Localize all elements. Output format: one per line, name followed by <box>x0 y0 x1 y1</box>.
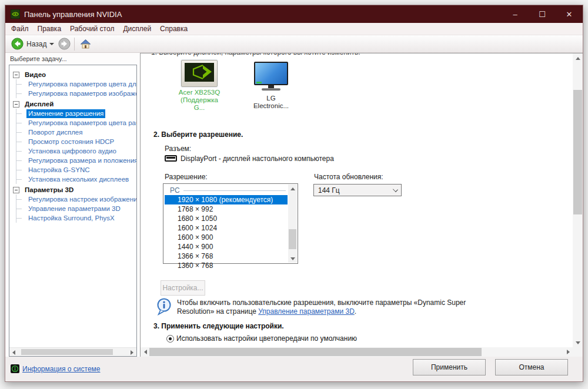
lg-monitor-icon[interactable] <box>254 62 288 85</box>
resolution-option[interactable]: 1366 × 768 <box>165 251 288 261</box>
radio-selected-icon[interactable] <box>166 335 174 343</box>
resolution-label: Разрешение: <box>165 173 208 181</box>
resolution-option[interactable]: 1360 × 768 <box>165 261 288 270</box>
close-button[interactable]: ✕ <box>556 5 583 23</box>
acer-monitor-icon[interactable] <box>181 60 218 87</box>
menu-item[interactable]: Правка <box>38 25 62 33</box>
scroll-left-icon[interactable] <box>144 350 147 354</box>
tree-row[interactable]: Параметры 3D <box>9 185 136 195</box>
resolution-list-scrollbar[interactable] <box>288 185 297 263</box>
nvidia-control-panel-window: Панель управления NVIDIA – ☐ ✕ Файл Прав… <box>5 5 583 382</box>
content-horizontal-scrollbar[interactable] <box>141 347 573 357</box>
scroll-down-icon[interactable] <box>576 341 580 344</box>
forward-button[interactable] <box>58 38 71 50</box>
tree-row[interactable]: Просмотр состояния HDCP <box>9 137 136 146</box>
tree-row[interactable]: Установка нескольких дисплеев <box>9 175 136 184</box>
tree-row[interactable]: Установка цифрового аудио <box>9 146 136 156</box>
back-history-caret-icon[interactable] <box>49 43 54 45</box>
nvidia-app-icon <box>11 9 20 19</box>
tree-row[interactable]: Изменение разрешения <box>9 109 136 118</box>
bottom-bar: Информация о системе Применить Отмена <box>5 357 583 381</box>
toolbar-separator <box>74 38 75 51</box>
chevron-down-icon[interactable] <box>393 187 398 192</box>
refresh-rate-dropdown[interactable]: 144 Гц <box>313 184 402 196</box>
displayport-icon <box>165 155 177 162</box>
display-acer-label[interactable]: Acer XB253Q (Поддержка G... <box>177 89 222 112</box>
resolution-option[interactable]: 1440 × 900 <box>165 242 288 251</box>
scroll-left-icon[interactable] <box>12 350 15 355</box>
menu-item[interactable]: Справка <box>160 25 188 33</box>
task-sidebar: Выберите задачу... Видео Регулировка пар… <box>5 53 140 357</box>
scroll-up-icon[interactable] <box>290 187 295 190</box>
task-tree: Видео Регулировка параметров цвета для в… <box>9 65 137 357</box>
tree-row[interactable]: Видео <box>9 70 136 79</box>
radio-label: Использовать настройки цветопередачи по … <box>176 334 357 343</box>
scrollbar-thumb[interactable] <box>21 349 113 355</box>
cancel-button[interactable]: Отмена <box>495 359 568 375</box>
section3-heading: 3. Применить следующие настройки. <box>153 322 284 330</box>
scroll-right-icon[interactable] <box>567 350 570 354</box>
default-color-settings-radio-row[interactable]: Использовать настройки цветопередачи по … <box>166 334 357 343</box>
menu-item[interactable]: Рабочий стол <box>70 25 114 33</box>
tree-row[interactable]: Регулировка параметров цвета рабочег <box>9 118 136 128</box>
window-title: Панель управления NVIDIA <box>24 10 122 19</box>
apply-button[interactable]: Применить <box>413 359 486 375</box>
scroll-down-icon[interactable] <box>290 257 295 260</box>
resolution-option[interactable]: 1920 × 1080 (рекомендуется) <box>165 195 288 204</box>
scrollbar-thumb[interactable] <box>573 90 582 214</box>
toolbar: Назад <box>5 35 583 53</box>
scroll-right-icon[interactable] <box>131 350 133 355</box>
tree-row[interactable]: Регулировка параметров изображения <box>9 89 136 98</box>
scroll-up-icon[interactable] <box>576 57 580 60</box>
resolution-option[interactable]: 1600 × 900 <box>165 233 288 242</box>
display-lg[interactable]: LG Electronic... <box>249 62 293 110</box>
display-acer[interactable]: Acer XB253Q (Поддержка G... <box>177 60 222 112</box>
sidebar-header: Выберите задачу... <box>5 53 140 64</box>
refresh-rate-label: Частота обновления: <box>314 173 383 181</box>
resolution-option[interactable]: 1768 × 992 <box>165 204 288 214</box>
connector-value: DisplayPort - дисплей настольного компью… <box>181 155 334 163</box>
back-button[interactable] <box>11 38 24 50</box>
menu-bar: Файл Правка Рабочий стол Дисплей Справка <box>5 23 583 35</box>
back-button-label[interactable]: Назад <box>26 40 46 48</box>
info-icon <box>156 298 172 316</box>
scrollbar-thumb[interactable] <box>289 229 296 249</box>
section2-heading: 2. Выберите разрешение. <box>153 130 243 139</box>
resolution-group-header: PC <box>165 186 288 195</box>
resolution-option[interactable]: 1600 × 1024 <box>165 223 288 233</box>
resolution-option[interactable]: 1680 × 1050 <box>165 214 288 223</box>
system-info-link[interactable]: Информация о системе <box>22 365 100 373</box>
content-vertical-scrollbar[interactable] <box>573 53 583 357</box>
menu-item[interactable]: Файл <box>11 25 29 33</box>
menu-item[interactable]: Дисплей <box>123 25 151 33</box>
tree-row[interactable]: Управление параметрами 3D <box>9 204 136 213</box>
title-bar: Панель управления NVIDIA – ☐ ✕ <box>5 5 583 23</box>
sidebar-horizontal-scrollbar[interactable] <box>9 347 136 356</box>
tree-row[interactable]: Регулировка размера и положения рабо <box>9 156 136 165</box>
clipped-section1-heading: 1. Выберите дисплей, параметры которого … <box>151 53 360 56</box>
manage-3d-settings-link[interactable]: Управление параметрами 3D <box>258 307 355 316</box>
tree-row[interactable]: Регулировка параметров цвета для вид <box>9 79 136 89</box>
tree-row[interactable]: Регулировка настроек изображения с п <box>9 195 136 204</box>
system-info-icon[interactable] <box>11 364 19 373</box>
customize-button[interactable]: Настройка... <box>161 280 205 296</box>
custom-resolution-note: Чтобы включить пользовательские разрешен… <box>177 299 504 316</box>
scrollbar-thumb[interactable] <box>149 348 482 356</box>
tree-row[interactable]: Настройка G-SYNC <box>9 165 136 175</box>
tree-row[interactable]: Поворот дисплея <box>9 128 136 137</box>
connector-label: Разъем: <box>165 145 191 153</box>
main-content: 1. Выберите дисплей, параметры которого … <box>140 53 583 357</box>
home-button[interactable] <box>80 39 91 49</box>
resolution-listbox[interactable]: PC 1920 × 1080 (рекомендуется) 1768 × 99… <box>163 183 298 264</box>
maximize-button[interactable]: ☐ <box>529 5 556 23</box>
tree-row[interactable]: Настройка Surround, PhysX <box>9 213 136 223</box>
tree-row[interactable]: Дисплей <box>9 99 136 109</box>
minimize-button[interactable]: – <box>502 5 529 23</box>
display-lg-label[interactable]: LG Electronic... <box>249 95 293 110</box>
